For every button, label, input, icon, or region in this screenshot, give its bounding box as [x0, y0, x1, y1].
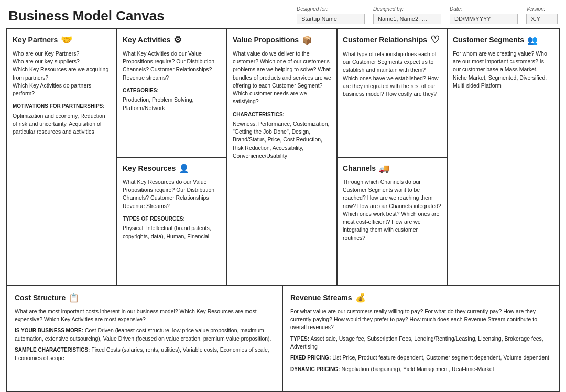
partners-icon: [61, 34, 72, 46]
revenue-fixed-label: FIXED PRICING:: [290, 355, 331, 361]
key-partners-questions: Who are our Key Partners? Who are our ke…: [13, 50, 111, 97]
value-propositions-cell: Value Propositions What value do we deli…: [227, 29, 338, 285]
version-input[interactable]: [526, 14, 558, 24]
key-activities-categories: Production, Problem Solving, Platform/Ne…: [123, 96, 221, 112]
customer-relationships-title: Customer Relationships: [343, 34, 441, 46]
key-activities-questions: What Key Activities do our Value Proposi…: [123, 50, 221, 82]
revenue-streams-title: Revenue Streams: [290, 291, 551, 303]
customer-segments-content: For whom are we creating value? Who are …: [453, 50, 552, 90]
cost-structure-title-text: Cost Structure: [15, 293, 66, 302]
crm-channels-col: Customer Relationships What type of rela…: [338, 29, 448, 285]
value-propositions-title-text: Value Propositions: [233, 36, 299, 44]
date-input[interactable]: [450, 14, 518, 24]
key-partners-motivations: Optimization and economy, Reduction of r…: [13, 112, 111, 136]
key-activities-title: Key Activities: [123, 34, 221, 46]
cost-questions: What are the most important costs inhere…: [15, 308, 275, 323]
designed-for-input[interactable]: [297, 14, 365, 24]
value-characteristics: Newness, Performance, Customization, "Ge…: [233, 120, 331, 160]
customer-relationships-content: What type of relationship does each of o…: [343, 50, 441, 98]
designed-by-label: Designed by:: [373, 6, 441, 12]
canvas: Key Partners Who are our Key Partners? W…: [6, 28, 560, 392]
activities-icon: [173, 34, 182, 46]
key-resources-title: Key Resources: [123, 162, 221, 174]
segments-icon: [527, 34, 538, 46]
value-propositions-title: Value Propositions: [233, 34, 331, 46]
key-partners-title: Key Partners: [13, 34, 111, 46]
key-activities-content: What Key Activities do our Value Proposi…: [123, 50, 221, 112]
key-partners-title-text: Key Partners: [13, 36, 58, 44]
key-resources-content: What Key Resources do our Value Proposit…: [123, 178, 221, 241]
customer-segments-cell: Customer Segments For whom are we creati…: [448, 29, 558, 285]
customer-segments-questions: For whom are we creating value? Who are …: [453, 50, 552, 90]
page-header: Business Model Canvas Designed for: Desi…: [0, 0, 566, 28]
revenue-dynamic-label: DYNAMIC PRICING:: [290, 366, 340, 372]
revenue-streams-cell: Revenue Streams For what value are our c…: [283, 286, 559, 391]
key-resources-types: Physical, Intellectual (brand patents, c…: [123, 224, 221, 240]
page-title: Business Model Canvas: [8, 8, 165, 24]
key-activities-categories-label: CATEGORIES:: [123, 87, 221, 95]
date-field: Date:: [450, 6, 518, 24]
revenue-streams-title-text: Revenue Streams: [290, 293, 352, 302]
designed-by-field: Designed by:: [373, 6, 441, 24]
revenue-streams-content: For what value are our customers really …: [290, 308, 551, 373]
cost-structure-content: What are the most important costs inhere…: [15, 308, 275, 362]
cost-is-more-label: IS YOUR BUSINESS MORE:: [15, 328, 83, 333]
key-activities-cell: Key Activities What Key Activities do ou…: [117, 29, 226, 158]
key-resources-questions: What Key Resources do our Value Proposit…: [123, 178, 221, 210]
channels-title-text: Channels: [343, 164, 376, 172]
value-characteristics-label: CHARACTERISTICS:: [233, 111, 331, 119]
cost-sample-label: SAMPLE CHARACTERISTICS:: [15, 347, 90, 353]
channels-title: Channels: [343, 162, 441, 174]
key-activities-title-text: Key Activities: [123, 36, 170, 44]
key-resources-cell: Key Resources What Key Resources do our …: [117, 158, 226, 285]
revenue-dynamic: Negotiation (bargaining), Yield Manageme…: [341, 366, 494, 372]
revenue-types: Asset sale, Usage fee, Subscription Fees…: [290, 335, 543, 350]
designed-by-input[interactable]: [373, 14, 441, 24]
key-partners-cell: Key Partners Who are our Key Partners? W…: [7, 29, 117, 285]
date-label: Date:: [450, 6, 518, 12]
version-label: Version:: [526, 6, 558, 12]
customer-segments-title-text: Customer Segments: [453, 36, 524, 44]
channels-content: Through which Channels do our Customer S…: [343, 178, 441, 242]
bottom-section: Cost Structure What are the most importa…: [7, 286, 559, 391]
customer-relationships-questions: What type of relationship does each of o…: [343, 50, 441, 98]
customer-segments-title: Customer Segments: [453, 34, 552, 46]
channels-cell: Channels Through which Channels do our C…: [338, 158, 447, 285]
cost-icon: [69, 291, 79, 303]
customer-relationships-cell: Customer Relationships What type of rela…: [338, 29, 447, 158]
customer-relationships-title-text: Customer Relationships: [343, 36, 427, 44]
revenue-types-label: TYPES:: [290, 336, 309, 342]
key-resources-types-label: TYPES OF RESOURCES:: [123, 215, 221, 223]
revenue-icon: [355, 291, 366, 303]
revenue-questions: For what value are our customers really …: [290, 308, 551, 332]
revenue-fixed: List Price, Product feature dependent, C…: [332, 354, 549, 361]
channels-icon: [379, 162, 389, 174]
value-icon: [302, 34, 312, 46]
activities-resources-col: Key Activities What Key Activities do ou…: [117, 29, 227, 285]
key-partners-motivations-label: MOTIVATIONS FOR PARTNERSHIPS:: [13, 103, 111, 111]
crm-icon: [430, 34, 440, 46]
header-fields: Designed for: Designed by: Date: Version…: [191, 6, 558, 24]
designed-for-field: Designed for:: [297, 6, 365, 24]
cost-structure-title: Cost Structure: [15, 291, 275, 303]
channels-questions: Through which Channels do our Customer S…: [343, 178, 441, 242]
key-partners-content: Who are our Key Partners? Who are our ke…: [13, 50, 111, 136]
top-section: Key Partners Who are our Key Partners? W…: [7, 29, 559, 286]
value-propositions-content: What value do we deliver to the customer…: [233, 50, 331, 160]
cost-structure-cell: Cost Structure What are the most importa…: [7, 286, 283, 391]
designed-for-label: Designed for:: [297, 6, 365, 12]
value-propositions-questions: What value do we deliver to the customer…: [233, 50, 331, 106]
resources-icon: [179, 162, 189, 174]
version-field: Version:: [526, 6, 558, 24]
key-resources-title-text: Key Resources: [123, 164, 176, 172]
